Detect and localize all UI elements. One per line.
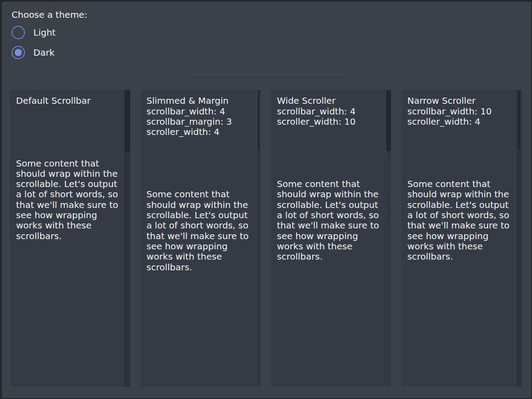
scroll-panel-narrow-scroller[interactable]: Narrow Scroller scrollbar_width: 10 scro…	[402, 90, 522, 387]
radio-circle-icon	[12, 46, 25, 59]
scrollbar-thumb[interactable]	[518, 90, 520, 151]
panel-params: scrollbar_width: 4 scrollbar_margin: 3 s…	[146, 106, 255, 138]
scroll-panel-slimmed-margin[interactable]: Slimmed & Margin scrollbar_width: 4 scro…	[141, 90, 261, 387]
theme-chooser: Choose a theme: Light Dark	[12, 10, 531, 59]
panel-title: Wide Scroller	[277, 96, 386, 106]
panel-content: Narrow Scroller scrollbar_width: 10 scro…	[402, 90, 522, 268]
scroll-panel-default[interactable]: Default Scrollbar Some content that shou…	[10, 90, 130, 387]
panel-title: Default Scrollbar	[16, 96, 125, 106]
radio-option-light[interactable]: Light	[12, 26, 110, 39]
panel-title: Narrow Scroller	[407, 96, 516, 106]
panel-body-text: Some content that should wrap within the…	[146, 189, 255, 272]
panel-body-text: Some content that should wrap within the…	[407, 179, 516, 262]
scroll-panel-wide-scroller[interactable]: Wide Scroller scrollbar_width: 4 scrolle…	[271, 90, 391, 387]
scrollbar-thumb[interactable]	[125, 90, 130, 151]
section-divider	[190, 74, 343, 75]
panel-title: Slimmed & Margin	[146, 96, 255, 106]
scrollbar-thumb[interactable]	[258, 90, 260, 150]
panel-body-text: Some content that should wrap within the…	[16, 159, 125, 241]
panel-body-text: Some content that should wrap within the…	[277, 179, 386, 262]
radio-option-dark[interactable]: Dark	[12, 46, 110, 59]
theme-chooser-label: Choose a theme:	[12, 10, 531, 20]
radio-selected-dot-icon	[15, 49, 22, 56]
scrollbar-demo-grid: Default Scrollbar Some content that shou…	[10, 90, 531, 387]
radio-option-label: Dark	[33, 47, 54, 58]
radio-option-label: Light	[33, 27, 56, 38]
panel-content: Slimmed & Margin scrollbar_width: 4 scro…	[141, 90, 261, 279]
panel-params: scrollbar_width: 10 scroller_width: 4	[407, 106, 516, 127]
panel-content: Default Scrollbar Some content that shou…	[10, 90, 130, 248]
panel-params: scrollbar_width: 4 scroller_width: 10	[277, 106, 386, 127]
scrollbar-thumb[interactable]	[386, 90, 391, 151]
app-window: Choose a theme: Light Dark Default Scrol…	[0, 0, 532, 399]
radio-circle-icon	[12, 26, 25, 39]
panel-content: Wide Scroller scrollbar_width: 4 scrolle…	[271, 90, 391, 268]
